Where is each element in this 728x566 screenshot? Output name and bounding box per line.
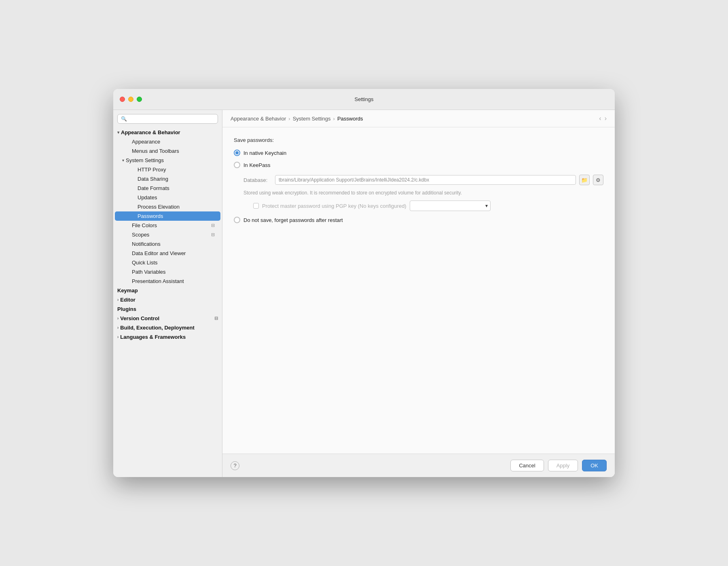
sidebar-item-label: Passwords — [138, 213, 163, 219]
sidebar-item-path-variables[interactable]: Path Variables — [115, 267, 220, 277]
close-button[interactable] — [120, 97, 125, 102]
search-icon: 🔍 — [121, 116, 127, 122]
gear-icon: ⚙ — [596, 177, 601, 183]
sidebar-item-scopes[interactable]: Scopes ⊟ — [115, 230, 220, 239]
sidebar-item-label: Scopes — [132, 232, 149, 238]
folder-icon: 📁 — [581, 177, 588, 183]
sidebar-item-keymap[interactable]: Keymap — [113, 286, 222, 295]
radio-label-keepass: In KeePass — [243, 162, 271, 168]
breadcrumb-separator: › — [288, 116, 290, 122]
breadcrumb-bar: Appearance & Behavior › System Settings … — [222, 110, 615, 127]
sidebar-list: ▾ Appearance & Behavior Appearance Menus… — [113, 126, 222, 477]
sidebar-item-label: Plugins — [117, 306, 136, 312]
radio-do-not-save[interactable]: Do not save, forget passwords after rest… — [234, 217, 603, 223]
sidebar-item-label: Build, Execution, Deployment — [120, 325, 194, 331]
database-label: Database: — [243, 177, 272, 183]
db-settings-button[interactable]: ⚙ — [593, 175, 603, 185]
sidebar-item-label: Quick Lists — [132, 260, 158, 266]
radio-button-keepass[interactable] — [234, 162, 240, 168]
chevron-right-icon: › — [117, 335, 119, 339]
radio-group: In native Keychain In KeePass Database: — [234, 150, 603, 223]
breadcrumb-current: Passwords — [337, 116, 363, 122]
sidebar-item-label: Path Variables — [132, 269, 166, 275]
pgp-select[interactable]: ▾ — [410, 201, 491, 211]
sidebar-item-system-settings[interactable]: ▾ System Settings — [113, 156, 222, 165]
sidebar-item-label: Presentation Assistant — [132, 278, 184, 284]
sidebar-item-data-sharing[interactable]: Data Sharing — [115, 174, 220, 184]
copy-icon: ⊟ — [211, 223, 215, 228]
sidebar-item-label: File Colors — [132, 222, 157, 228]
sidebar-item-appearance[interactable]: Appearance — [115, 137, 220, 146]
copy-icon: ⊟ — [211, 232, 215, 237]
minimize-button[interactable] — [128, 97, 133, 102]
sidebar-item-data-editor-viewer[interactable]: Data Editor and Viewer — [115, 249, 220, 258]
main-panel: Appearance & Behavior › System Settings … — [222, 110, 615, 477]
content-area: 🔍 ▾ Appearance & Behavior Appearance Men… — [113, 110, 615, 477]
chevron-right-icon: › — [117, 298, 119, 302]
radio-button-native-keychain[interactable] — [234, 150, 240, 156]
titlebar: Settings — [113, 89, 615, 110]
sidebar-item-label: Data Sharing — [138, 176, 168, 182]
database-input[interactable] — [275, 175, 576, 185]
sidebar-item-label: Process Elevation — [138, 204, 180, 210]
sidebar-item-date-formats[interactable]: Date Formats — [115, 184, 220, 193]
action-buttons: Cancel Apply OK — [510, 460, 607, 471]
pgp-label: Protect master password using PGP key (N… — [262, 203, 406, 209]
sidebar-item-label: Menus and Toolbars — [132, 148, 179, 154]
back-button[interactable]: ‹ — [599, 115, 601, 122]
sidebar-item-version-control[interactable]: › Version Control ⊟ — [113, 314, 222, 323]
sidebar-section-label: Appearance & Behavior — [121, 129, 180, 135]
radio-button-do-not-save[interactable] — [234, 217, 240, 223]
sidebar-item-label: Appearance — [132, 139, 160, 145]
breadcrumb-part-2: System Settings — [293, 116, 331, 122]
sidebar-item-notifications[interactable]: Notifications — [115, 239, 220, 249]
sidebar-item-editor[interactable]: › Editor — [113, 295, 222, 304]
sidebar-item-label: Updates — [138, 194, 157, 201]
sidebar-item-label: Languages & Frameworks — [120, 334, 186, 340]
maximize-button[interactable] — [137, 97, 142, 102]
settings-content: Save passwords: In native Keychain In K — [222, 127, 615, 454]
sidebar-item-updates[interactable]: Updates — [115, 193, 220, 202]
sidebar-item-label: System Settings — [126, 157, 164, 163]
keepass-section: Database: 📁 ⚙ Stored using weak encrypti… — [243, 175, 603, 211]
sidebar-item-label: Notifications — [132, 241, 161, 247]
radio-keepass[interactable]: In KeePass — [234, 162, 603, 168]
browse-button[interactable]: 📁 — [579, 175, 590, 185]
chevron-right-icon: › — [117, 316, 119, 321]
database-row: Database: 📁 ⚙ — [243, 175, 603, 185]
cancel-button[interactable]: Cancel — [510, 460, 544, 471]
sidebar-item-quick-lists[interactable]: Quick Lists — [115, 258, 220, 267]
sidebar-item-languages-frameworks[interactable]: › Languages & Frameworks — [113, 332, 222, 342]
chevron-down-icon: ▾ — [117, 130, 119, 135]
forward-button[interactable]: › — [605, 115, 607, 122]
ok-button[interactable]: OK — [582, 460, 607, 471]
sidebar-item-http-proxy[interactable]: HTTP Proxy — [115, 165, 220, 174]
apply-button[interactable]: Apply — [548, 460, 578, 471]
sidebar-item-file-colors[interactable]: File Colors ⊟ — [115, 221, 220, 230]
help-button[interactable]: ? — [231, 461, 239, 470]
pgp-row: Protect master password using PGP key (N… — [253, 201, 603, 211]
breadcrumb: Appearance & Behavior › System Settings … — [231, 116, 363, 122]
sidebar-item-label: HTTP Proxy — [138, 167, 166, 173]
radio-native-keychain[interactable]: In native Keychain — [234, 150, 603, 156]
sidebar-item-label: Version Control — [120, 315, 159, 321]
sidebar-item-appearance-behavior[interactable]: ▾ Appearance & Behavior — [113, 128, 222, 137]
nav-arrows: ‹ › — [599, 115, 607, 122]
radio-label-do-not-save: Do not save, forget passwords after rest… — [243, 217, 343, 223]
sidebar-item-menus-toolbars[interactable]: Menus and Toolbars — [115, 146, 220, 156]
sidebar-item-presentation-assistant[interactable]: Presentation Assistant — [115, 277, 220, 286]
sidebar-item-build-execution-deployment[interactable]: › Build, Execution, Deployment — [113, 323, 222, 332]
save-passwords-label: Save passwords: — [234, 137, 603, 143]
breadcrumb-part-1: Appearance & Behavior — [231, 116, 286, 122]
chevron-right-icon: › — [117, 325, 119, 330]
pgp-checkbox[interactable] — [253, 203, 259, 209]
settings-window: Settings 🔍 ▾ Appearance & Behavior Appea… — [113, 89, 615, 477]
search-box[interactable]: 🔍 — [117, 114, 218, 124]
sidebar-item-passwords[interactable]: Passwords — [115, 211, 220, 221]
bottom-bar: ? Cancel Apply OK — [222, 454, 615, 477]
chevron-down-icon: ▾ — [122, 158, 124, 163]
copy-icon: ⊟ — [214, 316, 218, 321]
search-input[interactable] — [129, 116, 214, 122]
sidebar-item-plugins[interactable]: Plugins — [113, 304, 222, 314]
sidebar-item-process-elevation[interactable]: Process Elevation — [115, 202, 220, 211]
